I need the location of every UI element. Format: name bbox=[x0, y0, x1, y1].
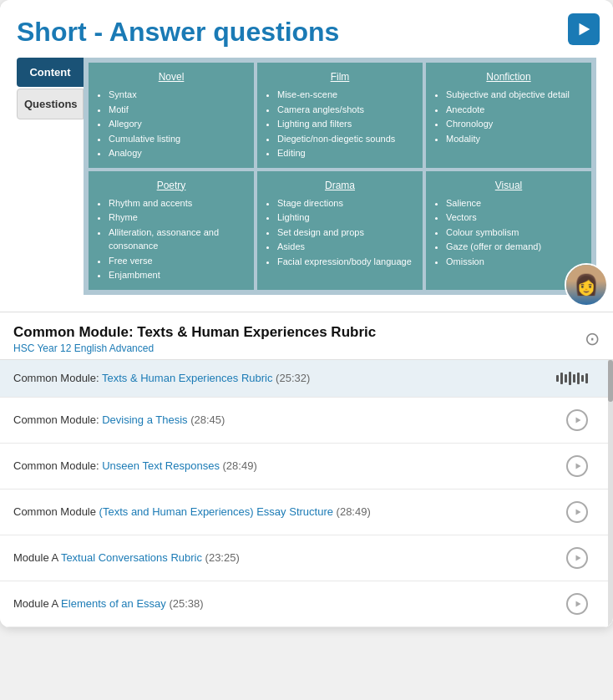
wave-bar bbox=[577, 373, 580, 384]
play-button-circle[interactable] bbox=[566, 455, 588, 477]
duration: (25:32) bbox=[276, 372, 310, 384]
video-play-button[interactable] bbox=[568, 13, 600, 45]
sidebar-tabs: Content Questions bbox=[17, 58, 84, 295]
video-section: Short - Answer questions Content Questio… bbox=[0, 0, 613, 312]
module-label: Common Module: bbox=[13, 372, 102, 384]
subject-card: VisualSalienceVectorsColour symbolismGaz… bbox=[426, 171, 591, 290]
playlist-item[interactable]: Module A Elements of an Essay (25:38) bbox=[0, 581, 613, 627]
svg-marker-5 bbox=[576, 601, 581, 606]
playlist-item[interactable]: Common Module (Texts and Human Experienc… bbox=[0, 489, 613, 535]
subject-card-item: Anecdote bbox=[446, 103, 583, 117]
scrollbar[interactable] bbox=[608, 360, 613, 627]
playlist-item-text: Common Module (Texts and Human Experienc… bbox=[13, 505, 560, 518]
playlist-item[interactable]: Common Module: Unseen Text Responses (28… bbox=[0, 444, 613, 489]
tab-content[interactable]: Content bbox=[17, 58, 84, 87]
play-button-circle[interactable] bbox=[566, 593, 588, 615]
playlist-item[interactable]: Module A Textual Conversations Rubric (2… bbox=[0, 535, 613, 581]
subject-card-item: Lighting bbox=[277, 211, 414, 225]
waveform-icon bbox=[556, 372, 588, 385]
module-link: (Texts and Human Experiences) Essay Stru… bbox=[99, 505, 333, 518]
content-area: Content Questions NovelSyntaxMotifAllego… bbox=[17, 58, 596, 295]
wave-bar bbox=[560, 373, 563, 384]
duration: (25:38) bbox=[169, 597, 203, 610]
duration: (28:45) bbox=[190, 413, 225, 426]
subject-card-item: Cumulative listing bbox=[109, 132, 246, 146]
svg-marker-0 bbox=[580, 23, 590, 36]
avatar-face: 👩 bbox=[566, 265, 606, 305]
subject-card-item: Asides bbox=[277, 240, 414, 254]
playlist-item-text: Module A Elements of an Essay (25:38) bbox=[13, 597, 560, 610]
module-link: Textual Conversations Rubric bbox=[61, 551, 202, 564]
subject-card-item: Vectors bbox=[446, 211, 583, 225]
avatar: 👩 bbox=[565, 263, 608, 307]
play-button-circle[interactable] bbox=[566, 547, 588, 569]
info-panel: Common Module: Texts & Human Experiences… bbox=[0, 312, 613, 360]
wave-bar bbox=[565, 374, 567, 383]
play-icon bbox=[573, 553, 583, 563]
subject-card-item: Set design and props bbox=[277, 226, 414, 240]
wave-bar bbox=[581, 375, 584, 382]
wave-bar bbox=[573, 374, 575, 383]
play-icon bbox=[573, 599, 583, 609]
tab-questions[interactable]: Questions bbox=[17, 89, 84, 119]
playlist: Common Module: Texts & Human Experiences… bbox=[0, 360, 613, 627]
subject-card: FilmMise-en-sceneCamera angles/shotsLigh… bbox=[257, 63, 423, 168]
subject-card: DramaStage directionsLightingSet design … bbox=[257, 171, 423, 290]
subject-card-title: Drama bbox=[266, 178, 414, 193]
app-container: Short - Answer questions Content Questio… bbox=[0, 0, 613, 627]
subject-card-item: Editing bbox=[277, 146, 414, 160]
svg-marker-1 bbox=[576, 417, 581, 423]
subject-card-title: Nonfiction bbox=[434, 69, 583, 84]
info-panel-text: Common Module: Texts & Human Experiences… bbox=[13, 324, 376, 354]
subject-card: PoetryRhythm and accentsRhymeAlliteratio… bbox=[89, 171, 254, 290]
playlist-item-text: Module A Textual Conversations Rubric (2… bbox=[13, 551, 560, 564]
module-label: Common Module: bbox=[13, 459, 102, 472]
duration: (28:49) bbox=[337, 505, 371, 518]
module-link: Texts & Human Experiences Rubric bbox=[102, 372, 272, 384]
subject-card-item: Lighting and filters bbox=[277, 117, 414, 131]
subject-card-item: Alliteration, assonance and consonance bbox=[109, 226, 246, 253]
wave-bar bbox=[585, 373, 588, 383]
subject-card-item: Subjective and objective detail bbox=[446, 88, 583, 102]
subject-card-item: Chronology bbox=[446, 117, 583, 131]
duration: (28:49) bbox=[223, 459, 257, 472]
subject-card-item: Camera angles/shots bbox=[277, 103, 414, 117]
subject-card-item: Diegetic/non-diegetic sounds bbox=[277, 132, 414, 146]
subject-card-item: Syntax bbox=[109, 88, 246, 102]
play-button-circle[interactable] bbox=[566, 409, 588, 431]
subject-card-item: Allegory bbox=[109, 117, 246, 131]
subject-card-item: Enjambment bbox=[109, 268, 246, 282]
subject-card-item: Motif bbox=[109, 103, 246, 117]
module-link: Devising a Thesis bbox=[102, 413, 187, 426]
subject-card-item: Stage directions bbox=[277, 196, 414, 211]
play-button-circle[interactable] bbox=[566, 501, 588, 523]
module-link: Unseen Text Responses bbox=[102, 459, 220, 472]
playlist-item[interactable]: Common Module: Devising a Thesis (28:45) bbox=[0, 398, 613, 444]
subject-card-item: Omission bbox=[446, 255, 583, 269]
info-panel-title: Common Module: Texts & Human Experiences… bbox=[13, 324, 376, 341]
subject-card-item: Colour symbolism bbox=[446, 226, 583, 240]
check-icon[interactable]: ⊙ bbox=[585, 328, 600, 350]
subject-card-item: Rhythm and accents bbox=[109, 196, 246, 211]
subject-grid: NovelSyntaxMotifAllegoryCumulative listi… bbox=[84, 58, 596, 295]
subject-card-title: Poetry bbox=[97, 178, 246, 193]
subject-card-title: Visual bbox=[434, 178, 583, 193]
subject-card-item: Rhyme bbox=[109, 211, 246, 225]
module-label: Module A bbox=[13, 597, 61, 610]
playlist-item-text: Common Module: Texts & Human Experiences… bbox=[13, 372, 550, 384]
subject-card-item: Gaze (offer or demand) bbox=[446, 240, 583, 254]
scrollbar-thumb[interactable] bbox=[608, 360, 613, 402]
wave-bar bbox=[569, 372, 571, 385]
play-icon bbox=[573, 461, 583, 471]
play-icon bbox=[573, 507, 583, 517]
play-icon bbox=[575, 20, 593, 38]
subject-card-item: Free verse bbox=[109, 254, 246, 268]
svg-marker-4 bbox=[576, 555, 581, 561]
svg-marker-3 bbox=[576, 509, 581, 515]
subject-card-item: Mise-en-scene bbox=[277, 88, 414, 102]
module-label: Common Module: bbox=[13, 413, 102, 426]
module-link: Elements of an Essay bbox=[61, 597, 166, 610]
subject-card-item: Modality bbox=[446, 132, 583, 146]
duration: (23:25) bbox=[205, 551, 240, 564]
playlist-item[interactable]: Common Module: Texts & Human Experiences… bbox=[0, 360, 613, 398]
